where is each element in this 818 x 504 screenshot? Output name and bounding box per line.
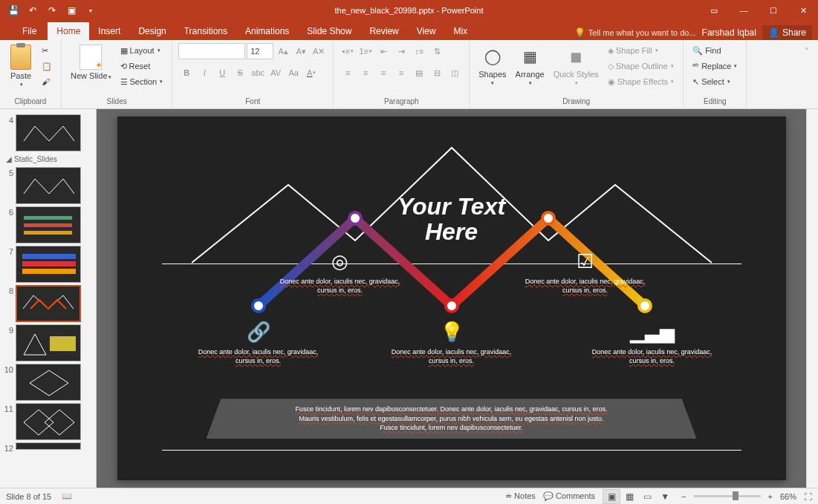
quick-styles-button[interactable]: ◼Quick Styles▾ xyxy=(551,43,602,88)
section-button[interactable]: ☰ Section▾ xyxy=(117,74,166,89)
slide-thumb-4[interactable] xyxy=(16,114,81,151)
tab-home[interactable]: Home xyxy=(48,22,89,40)
grow-font-icon[interactable]: A▴ xyxy=(275,43,291,59)
ribbon-options-icon[interactable]: ▭ xyxy=(699,0,729,21)
reset-button[interactable]: ⟲ Reset xyxy=(117,59,166,73)
slide-thumb-10[interactable] xyxy=(16,364,81,401)
line-spacing-icon[interactable]: ↕≡ xyxy=(411,43,427,59)
shape-effects-button[interactable]: ◉ Shape Effects▾ xyxy=(605,74,677,89)
replace-button[interactable]: ᵃᵇ Replace▾ xyxy=(689,59,740,73)
tab-slideshow[interactable]: Slide Show xyxy=(298,22,360,40)
tab-animations[interactable]: Animations xyxy=(236,22,298,40)
shadow-icon[interactable]: abc xyxy=(250,65,266,81)
columns-icon[interactable]: ▤ xyxy=(411,65,427,81)
zoom-in-icon[interactable]: + xyxy=(768,492,773,501)
qat-dropdown-icon[interactable]: ▾ xyxy=(82,1,100,19)
slide-item-link: 🔗 Donec ante dolor, iaculis nec, gravida… xyxy=(192,321,325,365)
tab-design[interactable]: Design xyxy=(129,22,175,40)
tab-file[interactable]: File xyxy=(11,22,48,40)
paste-button[interactable]: Paste▾ xyxy=(6,43,36,89)
spacing-icon[interactable]: AV xyxy=(267,65,284,81)
arrange-button[interactable]: ▦Arrange▾ xyxy=(513,43,548,88)
slide-thumb-5[interactable] xyxy=(16,167,81,204)
font-family-combo[interactable] xyxy=(178,43,245,59)
slideshow-view-icon[interactable]: ▼ xyxy=(656,489,674,504)
indent-left-icon[interactable]: ⇤ xyxy=(375,43,392,59)
align-center-icon[interactable]: ≡ xyxy=(357,65,374,81)
align-left-icon[interactable]: ≡ xyxy=(340,65,356,81)
slide-thumb-9[interactable] xyxy=(16,324,81,361)
align-text-icon[interactable]: ⊟ xyxy=(429,65,445,81)
align-right-icon[interactable]: ≡ xyxy=(375,65,392,81)
slide-thumb-7[interactable] xyxy=(16,246,81,283)
comments-button[interactable]: 💬 Comments xyxy=(543,491,595,501)
bold-icon[interactable]: B xyxy=(178,65,195,81)
shapes-icon: ◯ xyxy=(481,45,504,68)
notes-button[interactable]: ≐ Notes xyxy=(505,491,536,501)
zoom-level[interactable]: 66% xyxy=(780,492,796,501)
slide-editor[interactable]: Your Text Here ◎ Donec ante dolor, iacul… xyxy=(97,109,806,488)
undo-icon[interactable]: ↶ xyxy=(24,1,42,19)
slide-footer-text[interactable]: Fusce tincidunt, lorem nev dapibusconsec… xyxy=(207,399,697,439)
fit-window-icon[interactable]: ⛶ xyxy=(804,492,812,501)
slide-thumbnail-panel[interactable]: 4 ◢ Static_Slides 5 6 7 8 9 10 11 12 xyxy=(0,109,97,488)
maximize-icon[interactable]: ☐ xyxy=(759,0,788,21)
justify-icon[interactable]: ≡ xyxy=(393,65,409,81)
cut-button[interactable]: ✂ xyxy=(39,43,55,58)
vertical-scrollbar[interactable] xyxy=(806,109,818,488)
zoom-slider[interactable] xyxy=(694,495,761,497)
start-slideshow-icon[interactable]: ▣ xyxy=(62,1,80,19)
shapes-button[interactable]: ◯Shapes▾ xyxy=(475,43,509,88)
italic-icon[interactable]: I xyxy=(196,65,212,81)
redo-icon[interactable]: ↷ xyxy=(43,1,61,19)
font-size-combo[interactable]: 12 xyxy=(247,43,273,59)
tab-mix[interactable]: Mix xyxy=(445,22,477,40)
tab-transitions[interactable]: Transitions xyxy=(175,22,236,40)
sorter-view-icon[interactable]: ▦ xyxy=(620,489,638,504)
text-direction-icon[interactable]: ⇅ xyxy=(429,43,445,59)
find-button[interactable]: 🔍 Find xyxy=(689,43,740,58)
layout-button[interactable]: ▦ Layout▾ xyxy=(117,43,166,58)
reading-view-icon[interactable]: ▭ xyxy=(638,489,656,504)
numbering-icon[interactable]: 1≡▾ xyxy=(357,43,374,59)
smartart-icon[interactable]: ◫ xyxy=(447,65,463,81)
tab-review[interactable]: Review xyxy=(360,22,407,40)
slide-thumb-12[interactable] xyxy=(16,442,81,450)
format-painter-button[interactable]: 🖌 xyxy=(39,74,55,89)
tab-insert[interactable]: Insert xyxy=(89,22,129,40)
slide-thumb-6[interactable] xyxy=(16,206,81,243)
collapse-ribbon-icon[interactable]: ˄ xyxy=(799,43,815,59)
save-icon[interactable]: 💾 xyxy=(4,1,22,19)
select-button[interactable]: ↖ Select▾ xyxy=(689,74,740,89)
normal-view-icon[interactable]: ▣ xyxy=(603,489,620,504)
strike-icon[interactable]: S xyxy=(232,65,248,81)
language-indicator[interactable]: 📖 xyxy=(62,491,72,501)
underline-icon[interactable]: U xyxy=(214,65,230,81)
shrink-font-icon[interactable]: A▾ xyxy=(293,43,309,59)
minimize-icon[interactable]: — xyxy=(729,0,759,21)
share-button[interactable]: 👤Share xyxy=(762,25,812,40)
close-icon[interactable]: ✕ xyxy=(788,0,818,21)
slide-thumb-8[interactable] xyxy=(16,285,81,322)
section-header[interactable]: ◢ Static_Slides xyxy=(3,154,90,165)
shape-fill-button[interactable]: ◈ Shape Fill▾ xyxy=(605,43,677,58)
clear-format-icon[interactable]: A✕ xyxy=(311,43,327,59)
font-color-icon[interactable]: A▾ xyxy=(303,65,319,81)
svg-rect-1 xyxy=(24,223,72,227)
user-name[interactable]: Farshad Iqbal xyxy=(702,27,756,38)
tell-me-search[interactable]: 💡Tell me what you want to do... xyxy=(574,27,696,38)
bullets-icon[interactable]: •≡▾ xyxy=(340,43,356,59)
indent-right-icon[interactable]: ⇥ xyxy=(393,43,409,59)
target-icon: ◎ xyxy=(273,250,407,273)
shape-outline-button[interactable]: ◇ Shape Outline▾ xyxy=(605,59,677,73)
case-icon[interactable]: Aa xyxy=(285,65,302,81)
new-slide-button[interactable]: New Slide▾ xyxy=(68,43,114,82)
tab-view[interactable]: View xyxy=(408,22,445,40)
slide-canvas[interactable]: Your Text Here ◎ Donec ante dolor, iacul… xyxy=(117,117,786,480)
slide-counter[interactable]: Slide 8 of 15 xyxy=(6,492,51,501)
copy-button[interactable]: 📋 xyxy=(39,59,55,73)
slide-item-chart: ▁▃▅ Donec ante dolor, iaculis nec, gravi… xyxy=(585,321,719,365)
svg-point-15 xyxy=(639,300,651,312)
slide-thumb-11[interactable] xyxy=(16,403,81,440)
zoom-out-icon[interactable]: − xyxy=(681,492,686,501)
